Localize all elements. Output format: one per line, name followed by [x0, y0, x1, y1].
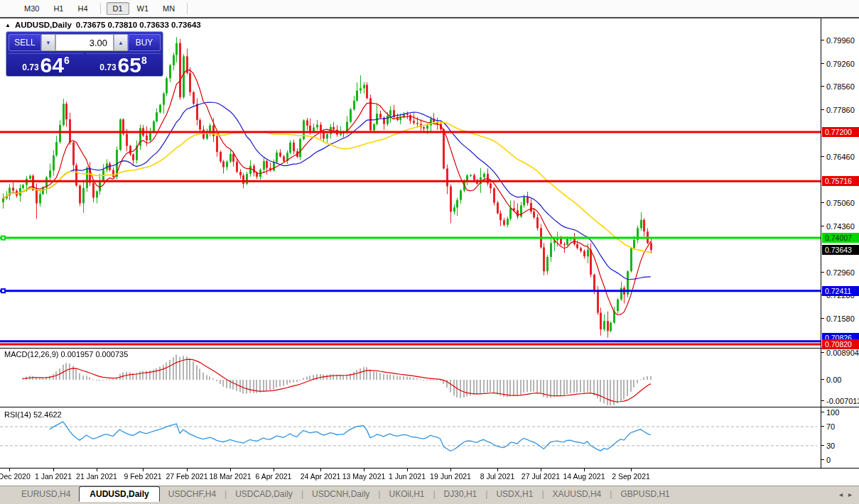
symbol-tab-bar: EURUSD,H4AUDUSD,DailyUSDCHF,H4|USDCAD,Da… — [0, 486, 859, 504]
indicator-axis-label: 100 — [826, 407, 839, 417]
tab-usdx-h1[interactable]: USDX,H1 — [487, 487, 541, 501]
tick-mark — [821, 426, 824, 427]
tick-mark — [821, 459, 824, 460]
date-label: 2 Sep 2021 — [612, 472, 650, 481]
date-label: 27 Feb 2021 — [166, 472, 208, 481]
tab-scroll-right-icon[interactable]: ▸ — [848, 491, 852, 498]
macd-label: MACD(12,26,9) 0.001957 0.000735 — [4, 350, 128, 358]
tick-mark — [821, 109, 824, 110]
price-tick-label: 0.75060 — [826, 198, 855, 208]
indicator-axis-label: 0.00 — [826, 375, 841, 385]
date-tick-mark — [450, 469, 451, 471]
buy-price-prefix: 0.73 — [99, 62, 116, 72]
timeframe-button-mn[interactable]: MN — [156, 2, 181, 15]
chart-title: ▲ AUDUSD,Daily 0.73675 0.73810 0.73633 0… — [5, 21, 201, 29]
date-tick-mark — [143, 469, 144, 471]
rsi-panel-separator[interactable] — [0, 407, 859, 407]
buy-button[interactable]: BUY — [128, 34, 161, 51]
collapse-icon[interactable]: ▲ — [5, 22, 11, 28]
indicator-axis-label: 0.008904 — [826, 348, 859, 358]
price-badge: 0.77200 — [822, 127, 859, 137]
date-label: 13 May 2021 — [342, 472, 386, 481]
date-tick-mark — [97, 469, 97, 471]
tab-dj30-h1[interactable]: DJ30,H1 — [436, 487, 486, 501]
tab-usdcad-daily[interactable]: USDCAD,Daily — [227, 487, 301, 501]
rsi-name: RSI(14) — [4, 410, 31, 419]
date-label: 12 Dec 2020 — [0, 472, 31, 481]
timeframe-button-m30[interactable]: M30 — [18, 2, 45, 15]
buy-price-pip: 8 — [141, 55, 147, 66]
tab-usdcnh-daily[interactable]: USDCNH,Daily — [303, 487, 378, 501]
timeframe-button-h4[interactable]: H4 — [71, 2, 94, 15]
date-label: 14 Aug 2021 — [563, 472, 605, 481]
chart-symbol-label: AUDUSD,Daily — [15, 21, 72, 29]
tab-audusd-daily[interactable]: AUDUSD,Daily — [79, 486, 159, 502]
indicator-axis-label: 0 — [826, 455, 831, 465]
price-tick-label: 0.71580 — [826, 314, 855, 324]
volume-input[interactable]: 3.00 — [55, 34, 114, 51]
date-axis[interactable]: 12 Dec 20201 Jan 202121 Jan 20219 Feb 20… — [0, 469, 821, 485]
date-label: 21 Jan 2021 — [76, 472, 117, 481]
tick-mark — [821, 379, 824, 380]
rsi-label: RSI(14) 52.4622 — [4, 410, 62, 419]
date-label: 19 Jun 2021 — [430, 472, 471, 481]
date-tick-mark — [407, 469, 408, 471]
price-tick-label: 0.79960 — [826, 35, 855, 45]
tab-scroll-left-icon[interactable]: ◂ — [839, 491, 843, 498]
date-tick-mark — [497, 469, 498, 471]
timeframe-button-h1[interactable]: H1 — [47, 2, 70, 15]
chart-ohlc-values: 0.73675 0.73810 0.73633 0.73643 — [76, 21, 201, 29]
one-click-trade-panel: SELL ▼ 3.00 ▲ BUY 0.73 64 6 0.73 65 8 — [6, 31, 163, 77]
buy-price-display[interactable]: 0.73 65 8 — [86, 53, 161, 75]
tick-mark — [821, 272, 824, 273]
macd-values: 0.001957 0.000735 — [60, 350, 128, 358]
price-tick-label: 0.74360 — [826, 221, 855, 231]
sell-price-prefix: 0.73 — [22, 62, 38, 72]
terminal-window: M30H1H4D1W1MN ▲ AUDUSD,Daily 0.73675 0.7… — [0, 0, 859, 504]
tick-mark — [821, 63, 824, 64]
tab-eurusd-h4[interactable]: EURUSD,H4 — [13, 487, 79, 501]
date-label: 8 Jul 2021 — [480, 472, 514, 481]
tick-mark — [821, 40, 824, 40]
price-tick-label: 0.79260 — [826, 59, 855, 69]
volume-decrease-button[interactable]: ▼ — [41, 34, 55, 51]
toolbar-group-separator — [100, 3, 101, 14]
tick-mark — [821, 226, 824, 226]
price-tick-label: 0.72960 — [826, 268, 855, 278]
price-tick-label: 0.76460 — [826, 152, 855, 162]
timeframe-button-d1[interactable]: D1 — [107, 2, 129, 15]
price-axis[interactable]: 0.799600.792600.785600.778600.764600.750… — [821, 18, 859, 468]
tab-ukoil-h1[interactable]: UKOil,H1 — [380, 487, 433, 501]
date-tick-mark — [631, 469, 632, 471]
indicator-axis-label: 30 — [826, 441, 835, 451]
timeframe-button-w1[interactable]: W1 — [131, 2, 156, 15]
indicator-axis-label: -0.007013 — [826, 396, 859, 406]
volume-increase-button[interactable]: ▲ — [114, 34, 128, 51]
tab-xauusd-h4[interactable]: XAUUSD,H4 — [544, 487, 610, 501]
date-tick-mark — [274, 469, 274, 471]
date-label: 18 Mar 2021 — [210, 472, 252, 481]
price-tick-label: 0.77860 — [826, 105, 855, 115]
date-tick-mark — [230, 469, 231, 471]
date-tick-mark — [364, 469, 364, 471]
sell-button[interactable]: SELL — [9, 34, 41, 51]
date-label: 24 Apr 2021 — [301, 472, 341, 481]
price-badge: 0.72411 — [822, 286, 859, 296]
tick-mark — [821, 318, 824, 319]
tab-gbpusd-h1[interactable]: GBPUSD,H1 — [612, 487, 678, 501]
rsi-panel-canvas[interactable] — [0, 409, 821, 467]
sell-price-display[interactable]: 0.73 64 6 — [9, 53, 83, 75]
buy-price-main: 65 — [118, 55, 141, 75]
tab-usdchf-h4[interactable]: USDCHF,H4 — [160, 487, 225, 501]
tick-mark — [821, 202, 824, 203]
date-tick-mark — [541, 469, 541, 471]
date-tick-mark — [187, 469, 188, 471]
date-label: 1 Jan 2021 — [35, 472, 72, 481]
date-tick-mark — [320, 469, 321, 471]
date-label: 6 Apr 2021 — [256, 472, 292, 481]
sell-price-main: 64 — [40, 55, 64, 75]
macd-name: MACD(12,26,9) — [4, 350, 58, 358]
tick-mark — [821, 412, 824, 412]
tick-mark — [821, 445, 824, 446]
macd-panel-separator[interactable] — [0, 348, 859, 349]
